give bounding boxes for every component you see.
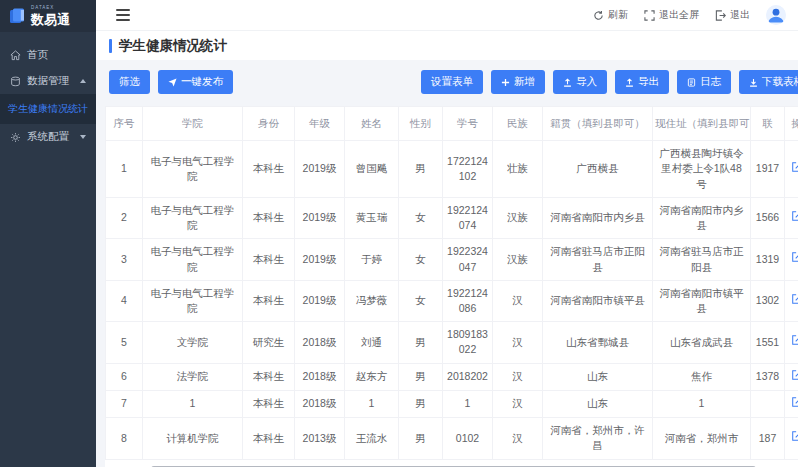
logout-button[interactable]: 退出 (715, 8, 750, 22)
table-cell-actions (785, 418, 798, 459)
edit-row-button[interactable] (791, 430, 798, 446)
table-cell: 男 (399, 363, 443, 390)
table-cell: 2019级 (295, 141, 345, 198)
table-cell: 2018202 (443, 363, 493, 390)
table-cell: 山东 (543, 390, 653, 417)
sidebar-item-data-management[interactable]: 数据管理 (0, 68, 96, 94)
sidebar-nav: 首页 数据管理 学生健康情况统计 系统配置 (0, 32, 96, 150)
table-cell: 广西横县陶圩镇令里村委上令1队48号 (653, 141, 751, 198)
table-cell: 女 (399, 280, 443, 321)
table-cell: 5 (106, 322, 143, 363)
edit-row-button[interactable] (791, 161, 798, 177)
column-header: 学院 (143, 107, 243, 141)
table-cell: 汉 (493, 363, 543, 390)
table-cell: 1566 (751, 197, 785, 238)
avatar-person-icon (766, 5, 786, 25)
add-button[interactable]: 新增 (491, 70, 545, 94)
table-cell: 汉 (493, 418, 543, 459)
table-cell: 2 (106, 197, 143, 238)
table-cell: 1 (653, 390, 751, 417)
table-cell: 山东省成武县 (653, 322, 751, 363)
table-row: 3电子与电气工程学院本科生2019级于婷女1922324047汉族河南省驻马店市… (106, 239, 798, 280)
table-cell: 电子与电气工程学院 (143, 239, 243, 280)
hamburger-menu-icon[interactable] (116, 9, 130, 21)
table-cell-actions (785, 141, 798, 198)
chevron-up-icon (80, 79, 86, 83)
log-icon (687, 78, 696, 87)
table-header-row: 序号学院身份年级姓名性别学号民族籍贯（填到县即可）现住址（填到县即可）联操 (106, 107, 798, 141)
table-cell: 本科生 (243, 141, 295, 198)
table-cell: 1319 (751, 239, 785, 280)
table-cell: 1302 (751, 280, 785, 321)
edit-row-button[interactable] (791, 293, 798, 309)
refresh-button[interactable]: 刷新 (593, 8, 628, 22)
table-cell: 河南省驻马店市正阳县 (543, 239, 653, 280)
table-cell: 曾国飚 (345, 141, 399, 198)
table-cell: 赵东方 (345, 363, 399, 390)
table-cell: 本科生 (243, 390, 295, 417)
export-button[interactable]: 导出 (615, 70, 669, 94)
exit-fullscreen-button[interactable]: 退出全屏 (644, 8, 699, 22)
set-form-button[interactable]: 设置表单 (421, 70, 483, 94)
edit-icon (791, 430, 798, 446)
table-cell: 男 (399, 322, 443, 363)
column-header: 现住址（填到县即可） (653, 107, 751, 141)
edit-row-button[interactable] (791, 369, 798, 385)
table-cell: 2018级 (295, 390, 345, 417)
table-cell: 2019级 (295, 280, 345, 321)
table-cell: 研究生 (243, 322, 295, 363)
edit-icon (791, 251, 798, 267)
edit-icon (791, 210, 798, 226)
download-table-button[interactable]: 下载表格 (739, 70, 798, 94)
user-avatar[interactable] (766, 5, 786, 25)
column-header: 姓名 (345, 107, 399, 141)
column-header: 操 (785, 107, 798, 141)
table-cell: 187 (751, 418, 785, 459)
edit-icon (791, 293, 798, 309)
edit-row-button[interactable] (791, 251, 798, 267)
log-button[interactable]: 日志 (677, 70, 731, 94)
edit-row-button[interactable] (791, 396, 798, 412)
table-cell-actions (785, 280, 798, 321)
table-cell: 2018级 (295, 322, 345, 363)
edit-icon (791, 334, 798, 350)
table-cell: 2013级 (295, 418, 345, 459)
title-accent-bar (109, 39, 112, 53)
one-click-publish-button[interactable]: 一键发布 (158, 70, 233, 94)
sidebar-item-home[interactable]: 首页 (0, 42, 96, 68)
brand-label: 数易通 (31, 13, 70, 26)
table-cell: 1917 (751, 141, 785, 198)
import-button[interactable]: 导入 (553, 70, 607, 94)
table-cell: 本科生 (243, 239, 295, 280)
logout-icon (715, 10, 726, 21)
refresh-label: 刷新 (608, 8, 628, 22)
plus-icon (501, 78, 510, 87)
students-table: 序号学院身份年级姓名性别学号民族籍贯（填到县即可）现住址（填到县即可）联操 1电… (105, 106, 798, 460)
filter-label: 筛选 (119, 75, 140, 89)
export-label: 导出 (638, 75, 659, 89)
sidebar-item-system-config[interactable]: 系统配置 (0, 124, 96, 150)
table-cell: 于婷 (345, 239, 399, 280)
sidebar: DATAEX 数易通 首页 数据管理 学生健康情况统计 系统配置 (0, 0, 96, 467)
table-cell: 焦作 (653, 363, 751, 390)
table-cell: 法学院 (143, 363, 243, 390)
refresh-icon (593, 10, 604, 21)
import-label: 导入 (576, 75, 597, 89)
table-cell: 汉 (493, 390, 543, 417)
column-header: 年级 (295, 107, 345, 141)
table-cell: 广西横县 (543, 141, 653, 198)
edit-row-button[interactable] (791, 210, 798, 226)
table-cell: 1 (345, 390, 399, 417)
exit-fullscreen-label: 退出全屏 (659, 8, 699, 22)
table-row: 71本科生2018级1男1汉山东1 (106, 390, 798, 417)
table-cell (751, 390, 785, 417)
table-cell: 黄玉瑞 (345, 197, 399, 238)
table-cell: 1551 (751, 322, 785, 363)
edit-row-button[interactable] (791, 334, 798, 350)
table-cell: 4 (106, 280, 143, 321)
sidebar-item-student-health-stats[interactable]: 学生健康情况统计 (0, 94, 96, 124)
table-cell: 河南省南阳市内乡县 (543, 197, 653, 238)
logout-label: 退出 (730, 8, 750, 22)
brand-logo[interactable]: DATAEX 数易通 (0, 0, 96, 32)
filter-button[interactable]: 筛选 (109, 70, 150, 94)
